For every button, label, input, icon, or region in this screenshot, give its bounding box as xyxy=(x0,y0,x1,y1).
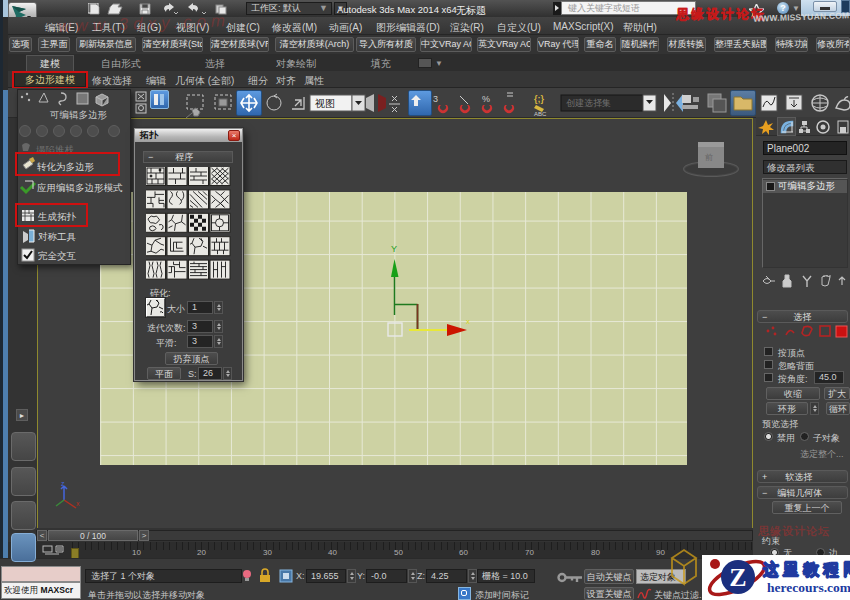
svg-text:Y: Y xyxy=(391,244,397,254)
svg-text:可编辑多边形: 可编辑多边形 xyxy=(49,109,108,120)
svg-text:z: z xyxy=(61,480,65,487)
svg-text:视图: 视图 xyxy=(315,98,335,109)
svg-text:ABC: ABC xyxy=(534,111,547,117)
svg-text:创建选择集: 创建选择集 xyxy=(566,98,611,108)
svg-text:应用编辑多边形模式: 应用编辑多边形模式 xyxy=(37,182,123,193)
svg-text:3: 3 xyxy=(433,94,438,104)
svg-text:完全交互: 完全交互 xyxy=(38,250,77,261)
svg-text:前: 前 xyxy=(705,153,713,162)
svg-text:x: x xyxy=(466,317,470,326)
svg-text:对称工具: 对称工具 xyxy=(38,231,77,242)
svg-text:{;}: {;} xyxy=(534,94,544,104)
svg-text:%: % xyxy=(482,94,490,104)
svg-text:x: x xyxy=(76,500,80,507)
svg-text:Z: Z xyxy=(729,563,746,592)
